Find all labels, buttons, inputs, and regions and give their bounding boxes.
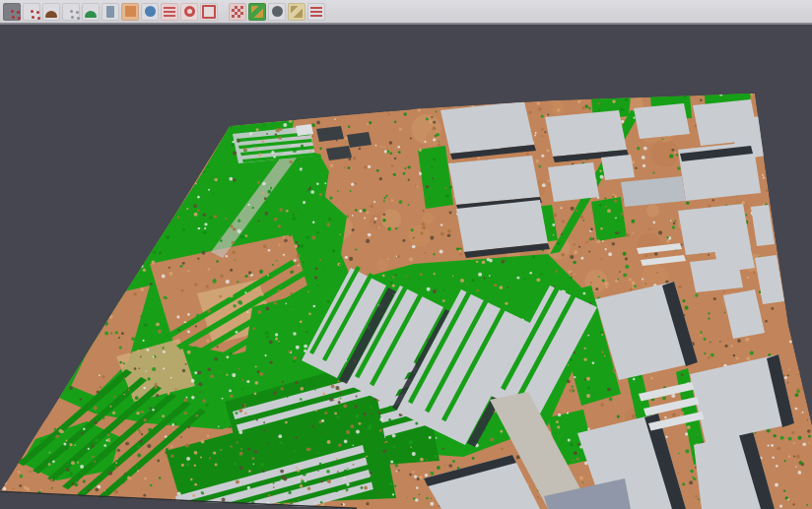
target-ring-icon[interactable] xyxy=(180,3,198,21)
point-cloud-icon[interactable] xyxy=(3,3,21,21)
flag-red-icon[interactable] xyxy=(307,3,325,21)
checker-grid-icon-glyph xyxy=(232,6,243,18)
building-roof xyxy=(678,204,751,255)
globe-blue-icon-glyph xyxy=(145,6,156,17)
app-window xyxy=(0,0,812,509)
building-roof xyxy=(601,155,635,180)
dem-brown-icon-glyph xyxy=(45,11,57,18)
building-roof xyxy=(548,162,599,202)
dem-green-icon-glyph xyxy=(85,11,97,18)
dem-brown-icon[interactable] xyxy=(42,3,60,21)
flag-red-icon-glyph xyxy=(310,7,322,17)
classify-points-icon[interactable] xyxy=(23,3,40,21)
toolbar xyxy=(0,0,812,25)
globe-dark-icon[interactable] xyxy=(268,3,286,21)
building-roof xyxy=(693,99,759,146)
classified-map-icon-glyph xyxy=(251,6,263,18)
building-roof xyxy=(456,200,548,252)
layers-red-icon-glyph xyxy=(164,7,175,17)
layers-red-icon[interactable] xyxy=(161,3,178,21)
viewport-3d[interactable] xyxy=(0,0,812,509)
checker-grid-icon[interactable] xyxy=(229,3,246,21)
tree-blob xyxy=(591,197,627,241)
terrain-map-icon[interactable] xyxy=(288,3,305,21)
dem-green-icon[interactable] xyxy=(82,3,100,21)
selection-corners-icon[interactable] xyxy=(200,3,218,21)
classified-map-icon[interactable] xyxy=(248,3,266,21)
point-cloud-icon-glyph xyxy=(11,10,14,13)
globe-blue-icon[interactable] xyxy=(141,3,159,21)
house-roof xyxy=(296,124,313,136)
classify-points-icon-glyph xyxy=(31,10,34,13)
sparse-points-icon-glyph xyxy=(70,10,73,13)
terrain-map-icon-glyph xyxy=(291,6,303,18)
profile-panel-icon-glyph xyxy=(106,6,114,18)
building-roof xyxy=(545,110,627,157)
building-roof xyxy=(448,156,540,205)
building-roof xyxy=(440,101,534,154)
profile-panel-icon[interactable] xyxy=(102,3,119,21)
ortho-area-icon[interactable] xyxy=(121,3,139,21)
selection-corners-icon-glyph xyxy=(202,5,216,19)
ortho-area-icon-glyph xyxy=(125,6,136,17)
globe-dark-icon-glyph xyxy=(272,6,283,17)
building-roof xyxy=(690,257,743,292)
target-ring-icon-glyph xyxy=(184,6,195,17)
building-roof xyxy=(634,103,690,139)
sparse-points-icon[interactable] xyxy=(62,3,80,21)
